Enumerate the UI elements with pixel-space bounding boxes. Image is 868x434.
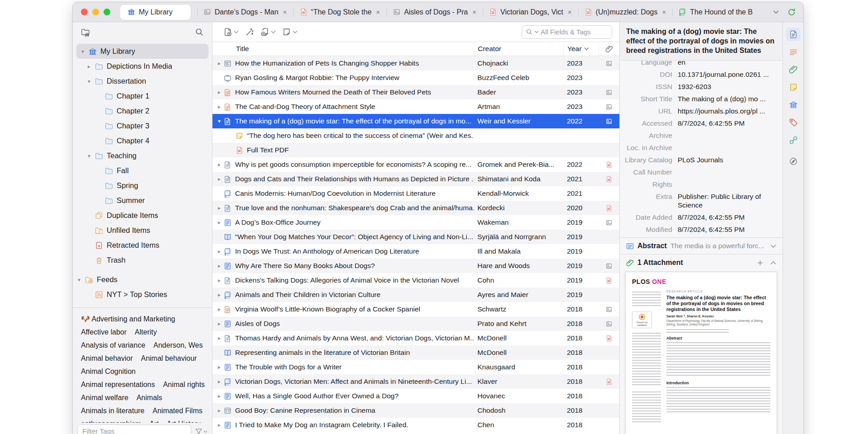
field-value[interactable]: 8/7/2024, 6:42:55 PM: [678, 213, 778, 222]
attachments-collapse-icon[interactable]: [770, 261, 776, 265]
sidebar-item-dissertation[interactable]: ▾Dissertation: [73, 74, 212, 89]
twisty-icon[interactable]: ▸: [85, 63, 93, 70]
column-header-year[interactable]: Year: [563, 42, 599, 56]
tag-animal-rights[interactable]: Animal rights: [163, 381, 205, 388]
sidebar-item-feeds[interactable]: ▾Feeds: [73, 272, 212, 287]
item-title[interactable]: The making of a (dog) movie star: The ef…: [620, 22, 783, 61]
item-row[interactable]: ▸Good Boy: Canine Representation in Cine…: [212, 403, 619, 418]
related-icon[interactable]: [786, 133, 801, 147]
twisty-icon[interactable]: ▸: [215, 104, 223, 110]
twisty-icon[interactable]: ▸: [215, 205, 223, 211]
item-row[interactable]: ▸Virginia Woolf’s Little-Known Biography…: [212, 302, 619, 316]
abstract-icon[interactable]: [786, 45, 801, 59]
notes-icon[interactable]: [786, 80, 801, 94]
column-header-title[interactable]: Title: [212, 42, 474, 56]
twisty-icon[interactable]: ▾: [85, 153, 93, 159]
field-value[interactable]: PLoS Journals: [678, 156, 778, 164]
close-tab-icon[interactable]: ×: [376, 8, 380, 16]
item-child-row[interactable]: “The dog hero has been critical to the s…: [212, 128, 619, 143]
field-value[interactable]: [678, 168, 778, 176]
item-child-row[interactable]: Full Text PDF: [212, 143, 619, 157]
sidebar-item-duplicate-items[interactable]: Duplicate Items: [73, 208, 212, 223]
tab-1[interactable]: Dante’s Dogs - Man×: [197, 5, 293, 20]
zoom-window-button[interactable]: [104, 9, 110, 15]
twisty-icon[interactable]: ▸: [215, 407, 223, 414]
item-row[interactable]: ▸How the Humanization of Pets Is Changin…: [212, 56, 619, 71]
twisty-icon[interactable]: ▾: [79, 48, 86, 55]
sidebar-item-chapter-2[interactable]: Chapter 2: [73, 104, 212, 118]
search-input[interactable]: All Fields & Tags: [522, 25, 612, 39]
new-note-button[interactable]: [281, 26, 298, 38]
tab-2[interactable]: “The Dog Stole the×: [293, 5, 387, 20]
tag-anderson-wes[interactable]: Anderson, Wes: [153, 341, 203, 349]
close-tab-icon[interactable]: ×: [662, 8, 666, 16]
tab-my-library[interactable]: My Library: [120, 5, 191, 20]
tag-animated-films[interactable]: Animated Films: [153, 407, 203, 415]
column-header-attachments[interactable]: [599, 42, 619, 56]
twisty-icon[interactable]: ▸: [215, 277, 223, 283]
attachments-section[interactable]: 1 Attachment: [620, 254, 783, 271]
sidebar-item-my-library[interactable]: ▾My Library: [76, 44, 208, 59]
abstract-section[interactable]: Abstract The media is a powerful forc...: [620, 237, 783, 254]
sidebar-item-retracted-items[interactable]: Retracted Items: [73, 238, 212, 253]
twisty-icon[interactable]: ▸: [215, 335, 223, 341]
tag-filter-options-icon[interactable]: [195, 428, 208, 434]
twisty-icon[interactable]: ▸: [215, 306, 223, 312]
new-collection-icon[interactable]: [81, 28, 90, 37]
field-value[interactable]: 10.1371/journal.pone.0261 ...: [678, 70, 778, 79]
sidebar-item-spring[interactable]: Spring: [73, 178, 212, 193]
tab-4[interactable]: Victorian Dogs, Vict×: [483, 5, 578, 20]
libraries-collections-icon[interactable]: [786, 98, 801, 112]
sidebar-item-chapter-1[interactable]: Chapter 1: [73, 89, 212, 104]
item-row[interactable]: ▸Thomas Hardy and Animals by Anna West, …: [212, 331, 619, 345]
item-row[interactable]: ▸Why Are There So Many Books About Dogs?…: [212, 259, 619, 273]
close-tab-icon[interactable]: ×: [472, 8, 476, 16]
item-row[interactable]: Canis Modernis: Human/Dog Coevolution in…: [212, 186, 619, 201]
tag-animal-representations[interactable]: Animal representations: [81, 381, 155, 388]
item-row[interactable]: ▸In Dogs We Trust: An Anthology of Ameri…: [212, 244, 619, 259]
twisty-icon[interactable]: ▸: [215, 393, 223, 399]
twisty-icon[interactable]: ▸: [215, 292, 223, 298]
item-row[interactable]: Representing animals in the literature o…: [212, 345, 619, 360]
tag-filter-input[interactable]: Filter Tags: [77, 425, 191, 434]
item-row[interactable]: ▸Aisles of DogsPrato and Kehrt2018: [212, 316, 619, 331]
add-by-identifier-button[interactable]: [244, 26, 255, 38]
item-row[interactable]: ▸A Dog’s Box-Office JourneyWakeman2019: [212, 215, 619, 230]
twisty-icon[interactable]: ▸: [215, 263, 223, 269]
field-value[interactable]: The making of a (dog) mo ...: [678, 94, 778, 103]
tag-animal-welfare[interactable]: Animal welfare: [81, 394, 128, 401]
tab-6[interactable]: The Hound of the B: [672, 5, 759, 20]
twisty-icon[interactable]: ▾: [85, 78, 93, 85]
twisty-icon[interactable]: ▸: [215, 161, 223, 168]
twisty-icon[interactable]: ▸: [215, 364, 223, 370]
field-value[interactable]: 1932-6203: [678, 82, 778, 91]
item-row[interactable]: ▸I Tried to Make My Dog an Instagram Cel…: [212, 418, 619, 432]
twisty-icon[interactable]: ▸: [215, 248, 223, 255]
tab-5[interactable]: (Un)muzzled: Dogs×: [578, 5, 673, 20]
field-value[interactable]: Publisher: Public Library of Science: [678, 192, 778, 209]
twisty-icon[interactable]: ▸: [215, 219, 223, 226]
item-row[interactable]: ▸True love and the nonhuman: Shakespeare…: [212, 201, 619, 215]
tags-icon[interactable]: [786, 116, 801, 129]
item-row[interactable]: ▸Animals and Their Children in Victorian…: [212, 288, 619, 302]
sidebar-item-summer[interactable]: Summer: [73, 193, 212, 208]
twisty-icon[interactable]: ▸: [215, 378, 223, 385]
search-scope-chevron-icon[interactable]: [534, 30, 539, 33]
twisty-icon[interactable]: ▸: [215, 89, 223, 95]
tag-animal-behavior[interactable]: Animal behavior: [81, 354, 133, 362]
item-row[interactable]: ▸Dogs and Cats and Their Relationships w…: [212, 172, 619, 186]
sidebar-item-nyt-top-stories[interactable]: NYT > Top Stories: [73, 287, 212, 302]
twisty-icon[interactable]: ▸: [215, 60, 223, 66]
field-value[interactable]: 8/7/2024, 6:42:55 PM: [678, 225, 778, 234]
sidebar-item-fall[interactable]: Fall: [73, 163, 212, 178]
twisty-icon[interactable]: ▸: [215, 321, 223, 327]
field-value[interactable]: [678, 143, 778, 152]
tag-analysis-of-variance[interactable]: Analysis of variance: [81, 341, 145, 349]
tab-3[interactable]: Aisles of Dogs - Pra×: [387, 5, 483, 20]
attachments-icon[interactable]: [786, 63, 801, 76]
sidebar-item-teaching[interactable]: ▾Teaching: [73, 148, 212, 163]
item-row[interactable]: “When Your Dog Matches Your Decor”: Obje…: [212, 230, 619, 244]
abstract-expand-icon[interactable]: [770, 244, 776, 248]
tag-animal-behaviour[interactable]: Animal behaviour: [141, 354, 197, 362]
item-row[interactable]: ▸Dickens's Talking Dogs: Allegories of A…: [212, 273, 619, 288]
